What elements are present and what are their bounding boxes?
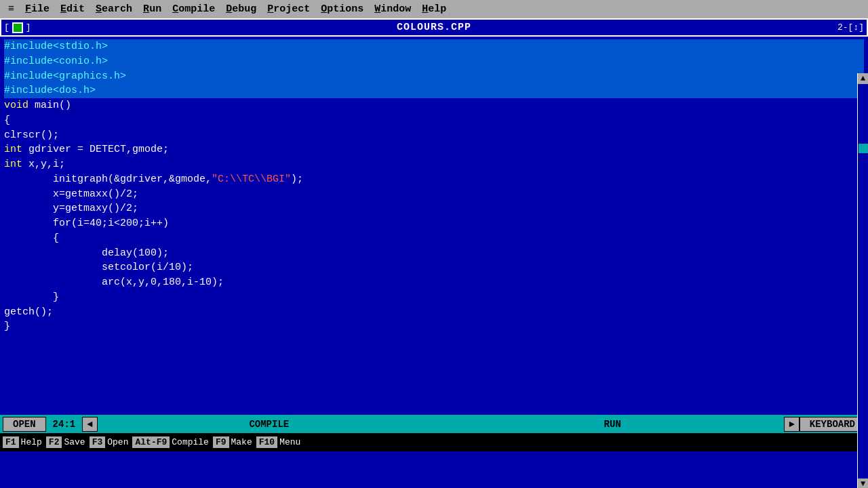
status-bar: OPEN 24:1 ◄ COMPILE RUN ► KEYBOARD — [0, 415, 868, 433]
code-line-13: for(i=40;i<200;i++) — [4, 216, 864, 231]
scrollbar-up-arrow[interactable]: ▲ — [858, 73, 869, 84]
title-bar-left: [ ] — [1, 22, 31, 33]
menu-debug[interactable]: Debug — [220, 2, 262, 16]
menu-run[interactable]: Run — [138, 2, 167, 16]
menu-compile[interactable]: Compile — [167, 2, 220, 16]
code-line-19: getch(); — [4, 305, 864, 320]
line-column-indicator: 24:1 — [46, 418, 83, 431]
menu-window[interactable]: Window — [369, 2, 416, 16]
code-line-18: } — [4, 290, 864, 305]
f3-key[interactable]: F3 — [90, 436, 106, 448]
hamburger-icon: ≡ — [3, 2, 20, 16]
menu-project[interactable]: Project — [262, 2, 315, 16]
title-bracket-left: [ — [4, 22, 9, 33]
f9-label: Make — [230, 436, 256, 448]
line-info: 2-[↕] — [837, 22, 864, 33]
scroll-right-button[interactable]: ► — [784, 417, 799, 432]
keyboard-button[interactable]: KEYBOARD — [800, 417, 865, 432]
code-line-2: #include<conio.h> — [4, 54, 864, 69]
code-line-12: y=getmaxy()/2; — [4, 201, 864, 216]
title-bar-filename: COLOURS.CPP — [397, 22, 471, 33]
code-line-4: #include<dos.h> — [4, 83, 864, 98]
scroll-left-button[interactable]: ◄ — [82, 417, 97, 432]
code-line-6: { — [4, 113, 864, 128]
code-line-8: int gdriver = DETECT,gmode; — [4, 142, 864, 157]
altf9-key[interactable]: Alt-F9 — [132, 436, 170, 448]
f9-key[interactable]: F9 — [213, 436, 229, 448]
editor-area: #include<stdio.h> #include<conio.h> #inc… — [0, 37, 868, 415]
menu-options[interactable]: Options — [315, 2, 369, 16]
code-line-7: clrscr(); — [4, 128, 864, 143]
scrollbar: ▲ ▼ — [857, 73, 868, 488]
code-line-14: { — [4, 231, 864, 246]
code-line-15: delay(100); — [4, 246, 864, 261]
f1-key[interactable]: F1 — [3, 436, 19, 448]
f3-label: Open — [106, 436, 132, 448]
code-line-16: setcolor(i/10); — [4, 260, 864, 275]
code-line-11: x=getmaxx()/2; — [4, 187, 864, 202]
code-line-1: #include<stdio.h> — [4, 39, 864, 54]
code-line-17: arc(x,y,0,180,i-10); — [4, 275, 864, 290]
compile-button[interactable]: COMPILE — [98, 418, 441, 431]
title-box — [12, 22, 23, 33]
code-line-3: #include<graphics.h> — [4, 69, 864, 84]
menu-help[interactable]: Help — [416, 2, 452, 16]
f10-label: Menu — [278, 436, 304, 448]
scrollbar-down-arrow[interactable]: ▼ — [858, 479, 869, 488]
f2-key[interactable]: F2 — [46, 436, 62, 448]
code-line-20: } — [4, 319, 864, 334]
menu-file[interactable]: File — [20, 2, 55, 16]
title-bracket-right: ] — [26, 22, 31, 33]
scrollbar-thumb[interactable] — [859, 144, 868, 153]
altf9-label: Compile — [170, 436, 213, 448]
f1-label: Help — [20, 436, 46, 448]
menu-bar: ≡ File Edit Search Run Compile Debug Pro… — [0, 0, 868, 18]
code-line-9: int x,y,i; — [4, 157, 864, 172]
title-bar-right: 2-[↕] — [837, 22, 867, 33]
f10-key[interactable]: F10 — [256, 436, 277, 448]
f2-label: Save — [62, 436, 89, 448]
help-bar: F1 Help F2 Save F3 Open Alt-F9 Compile F… — [0, 433, 868, 451]
menu-edit[interactable]: Edit — [55, 2, 90, 16]
code-line-10: initgraph(&gdriver,&gmode,"C:\\TC\\BGI")… — [4, 172, 864, 187]
menu-search[interactable]: Search — [90, 2, 138, 16]
run-button[interactable]: RUN — [441, 418, 784, 431]
title-bar: [ ] COLOURS.CPP 2-[↕] — [0, 18, 868, 37]
code-line-5: void main() — [4, 98, 864, 113]
open-button[interactable]: OPEN — [3, 417, 46, 432]
code-editor[interactable]: #include<stdio.h> #include<conio.h> #inc… — [0, 37, 868, 415]
